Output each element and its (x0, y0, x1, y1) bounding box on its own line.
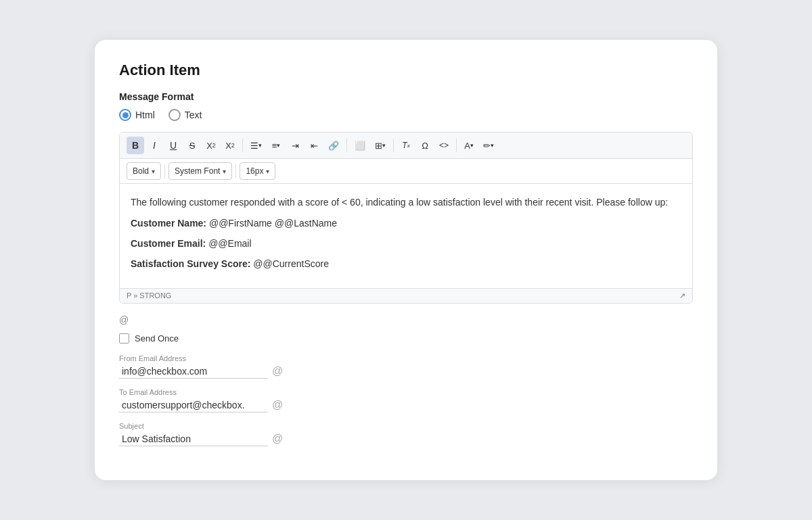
underline-button[interactable]: U (164, 137, 182, 154)
special-char-button[interactable]: Ω (416, 137, 434, 154)
font-style-chevron: ▾ (152, 168, 155, 175)
ordered-list-button[interactable]: ≡▾ (267, 137, 285, 154)
to-email-input[interactable] (119, 398, 268, 412)
from-email-label: From Email Address (119, 354, 693, 362)
sep-3 (393, 139, 394, 152)
rich-text-editor: B I U S X2 X2 ☰▾ ≡▾ ⇥ ⇤ 🔗 ⬜ ⊞▾ Tx Ω <> A… (119, 132, 693, 304)
format-sep-2 (235, 164, 236, 178)
font-family-chevron: ▾ (223, 168, 226, 175)
subject-row: @ (119, 432, 693, 446)
code-button[interactable]: <> (435, 137, 453, 154)
link-button[interactable]: 🔗 (324, 137, 343, 154)
bold-button[interactable]: B (127, 137, 144, 154)
font-family-select[interactable]: System Font ▾ (168, 162, 232, 180)
editor-content[interactable]: The following customer responded with a … (120, 184, 692, 288)
to-email-at-button[interactable]: @ (272, 399, 283, 411)
message-format-radio-group: Html Text (119, 109, 693, 121)
editor-customer-email: Customer Email: @@Email (131, 236, 681, 251)
from-email-field-group: From Email Address @ (119, 354, 693, 379)
radio-html-label: Html (135, 110, 155, 120)
subject-label: Subject (119, 422, 693, 430)
send-once-label: Send Once (135, 333, 179, 344)
highlight-button[interactable]: ✏▾ (479, 137, 498, 154)
font-size-select[interactable]: 16px ▾ (240, 162, 275, 180)
subject-input[interactable] (119, 432, 268, 446)
editor-status-bar: P » STRONG ↗ (120, 288, 692, 303)
font-family-value: System Font (175, 166, 220, 176)
font-size-value: 16px (246, 166, 263, 176)
resize-handle[interactable]: ↗ (679, 291, 685, 300)
to-email-field-group: To Email Address @ (119, 388, 693, 412)
font-color-button[interactable]: A▾ (460, 137, 478, 154)
subject-field-group: Subject @ (119, 422, 693, 446)
editor-intro-text: The following customer responded with a … (131, 195, 681, 210)
superscript-button[interactable]: X2 (202, 137, 220, 154)
font-style-value: Bold (133, 166, 149, 176)
from-email-at-button[interactable]: @ (272, 365, 283, 377)
radio-html[interactable]: Html (119, 109, 155, 121)
subject-at-button[interactable]: @ (272, 433, 283, 445)
clear-format-button[interactable]: Tx (397, 137, 415, 154)
format-sep-1 (164, 164, 165, 178)
action-item-card: Action Item Message Format Html Text B I… (95, 40, 717, 480)
indent-left-button[interactable]: ⇤ (305, 137, 323, 154)
to-email-label: To Email Address (119, 388, 693, 396)
message-format-label: Message Format (119, 91, 693, 102)
at-symbol-hint: @ (119, 314, 693, 325)
toolbar: B I U S X2 X2 ☰▾ ≡▾ ⇥ ⇤ 🔗 ⬜ ⊞▾ Tx Ω <> A… (120, 133, 692, 159)
send-once-checkbox[interactable] (119, 333, 129, 344)
editor-survey-score: Satisfaction Survey Score: @@CurrentScor… (131, 256, 681, 271)
radio-text-label: Text (185, 110, 202, 120)
radio-html-circle[interactable] (119, 109, 131, 121)
editor-customer-name: Customer Name: @@FirstName @@LastName (131, 216, 681, 231)
sep-4 (456, 139, 457, 152)
status-path: P » STRONG (127, 291, 171, 300)
send-once-row: Send Once (119, 333, 693, 344)
font-style-select[interactable]: Bold ▾ (127, 162, 161, 180)
sep-1 (242, 139, 243, 152)
unordered-list-button[interactable]: ☰▾ (246, 137, 266, 154)
table-button[interactable]: ⊞▾ (371, 137, 390, 154)
subscript-button[interactable]: X2 (221, 137, 239, 154)
font-size-chevron: ▾ (266, 168, 269, 175)
strikethrough-button[interactable]: S (183, 137, 201, 154)
format-bar: Bold ▾ System Font ▾ 16px ▾ (120, 159, 692, 184)
indent-right-button[interactable]: ⇥ (286, 137, 304, 154)
radio-text[interactable]: Text (168, 109, 202, 121)
from-email-input[interactable] (119, 364, 268, 379)
image-button[interactable]: ⬜ (351, 137, 369, 154)
from-email-row: @ (119, 364, 693, 379)
sep-2 (346, 139, 347, 152)
italic-button[interactable]: I (145, 137, 163, 154)
card-title: Action Item (119, 62, 693, 79)
radio-text-circle[interactable] (168, 109, 181, 121)
to-email-row: @ (119, 398, 693, 412)
